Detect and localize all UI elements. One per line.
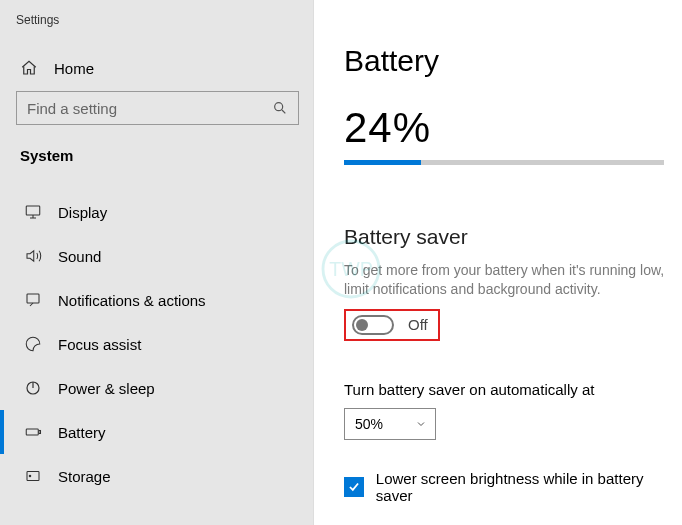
power-icon xyxy=(24,379,42,397)
home-icon xyxy=(20,59,38,77)
right-pane: Battery 24% Battery saver To get more fr… xyxy=(314,0,682,525)
app-title: Settings xyxy=(0,0,313,27)
battery-saver-toggle[interactable] xyxy=(352,315,394,335)
section-label: System xyxy=(0,125,313,172)
lower-brightness-label: Lower screen brightness while in battery… xyxy=(376,470,682,504)
nav-list: Display Sound Notifications & actions Fo… xyxy=(0,190,313,498)
sidebar-item-notifications[interactable]: Notifications & actions xyxy=(0,278,313,322)
sidebar-item-label: Notifications & actions xyxy=(58,292,206,309)
sidebar-item-sound[interactable]: Sound xyxy=(0,234,313,278)
battery-progress xyxy=(344,160,664,165)
battery-percent: 24% xyxy=(344,104,682,152)
svg-rect-1 xyxy=(26,206,40,215)
battery-saver-title: Battery saver xyxy=(344,225,682,249)
sidebar-item-storage[interactable]: Storage xyxy=(0,454,313,498)
notifications-icon xyxy=(24,291,42,309)
sound-icon xyxy=(24,247,42,265)
sidebar-item-display[interactable]: Display xyxy=(0,190,313,234)
focus-icon xyxy=(24,335,42,353)
svg-rect-2 xyxy=(27,294,39,303)
sidebar-item-battery[interactable]: Battery xyxy=(0,410,313,454)
auto-on-dropdown[interactable]: 50% xyxy=(344,408,436,440)
svg-rect-5 xyxy=(39,431,41,434)
battery-saver-help: To get more from your battery when it's … xyxy=(344,261,682,299)
sidebar-item-label: Power & sleep xyxy=(58,380,155,397)
battery-progress-fill xyxy=(344,160,421,165)
page-title: Battery xyxy=(344,44,682,78)
svg-point-0 xyxy=(275,103,283,111)
display-icon xyxy=(24,203,42,221)
battery-icon xyxy=(24,423,42,441)
sidebar-item-label: Focus assist xyxy=(58,336,141,353)
search-placeholder: Find a setting xyxy=(27,100,117,117)
auto-on-value: 50% xyxy=(355,416,383,432)
storage-icon xyxy=(24,467,42,485)
sidebar-item-label: Display xyxy=(58,204,107,221)
svg-rect-4 xyxy=(26,429,38,435)
sidebar-item-label: Battery xyxy=(58,424,106,441)
sidebar-item-label: Storage xyxy=(58,468,111,485)
sidebar-home[interactable]: Home xyxy=(0,27,313,77)
auto-on-label: Turn battery saver on automatically at xyxy=(344,381,682,398)
search-input[interactable]: Find a setting xyxy=(16,91,299,125)
sidebar-item-power[interactable]: Power & sleep xyxy=(0,366,313,410)
sidebar-item-focus-assist[interactable]: Focus assist xyxy=(0,322,313,366)
chevron-down-icon xyxy=(415,418,427,430)
lower-brightness-checkbox[interactable] xyxy=(344,477,364,497)
sidebar-home-label: Home xyxy=(54,60,94,77)
search-icon xyxy=(272,100,288,116)
battery-saver-toggle-highlight: Off xyxy=(344,309,440,341)
lower-brightness-row[interactable]: Lower screen brightness while in battery… xyxy=(344,470,682,504)
left-pane: Settings Home Find a setting System Disp… xyxy=(0,0,314,525)
svg-point-7 xyxy=(29,475,31,477)
sidebar-item-label: Sound xyxy=(58,248,101,265)
battery-saver-state: Off xyxy=(408,316,428,333)
